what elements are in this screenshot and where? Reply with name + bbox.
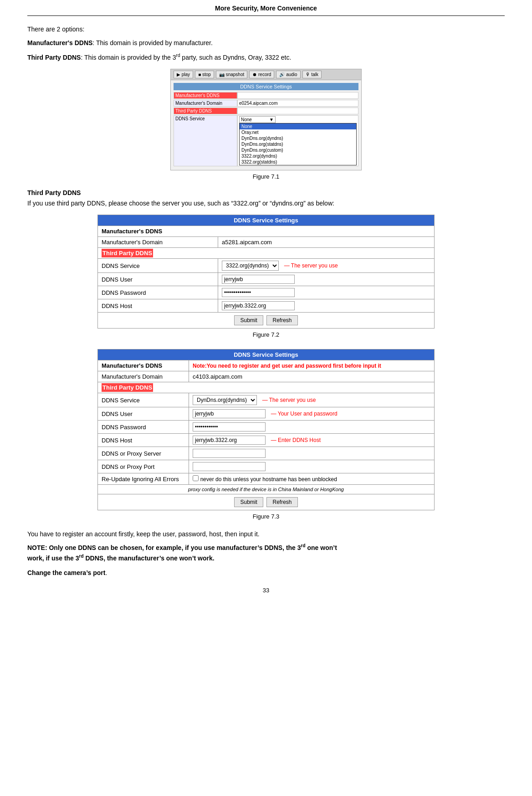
fig1-dropdown-list: None Oray.net DynDns.org(dyndns) DynDns.…: [239, 123, 357, 165]
fig3-host-row: DDNS Host — Enter DDNS Host: [98, 434, 435, 447]
fig3-password-input[interactable]: [193, 422, 266, 431]
fig3-host-annotation: — Enter DDNS Host: [271, 437, 321, 443]
fig3-user-label: DDNS User: [98, 407, 189, 421]
fig3-server-annotation: — The server you use: [262, 397, 316, 403]
fig2-third-row: Third Party DDNS: [98, 248, 435, 259]
fig2-user-row: DDNS User: [98, 273, 435, 286]
fig2-submit-button[interactable]: Submit: [234, 315, 263, 325]
fig1-content: DDNS Service Settings Manufacturer's DDN…: [171, 80, 361, 170]
fig2-buttons-row: Submit Refresh: [98, 313, 435, 329]
fig2-mfr-domain-row: Manufacturer's Domain a5281.aipcam.com: [98, 237, 435, 248]
fig2-password-label: DDNS Password: [98, 286, 218, 299]
fig3-header-row: DDNS Service Settings: [98, 349, 435, 360]
fig3-reupdate-label: Re-Update Ignoring All Errors: [98, 473, 189, 485]
fig2-service-row: DDNS Service 3322.org(dyndns) — The serv…: [98, 259, 435, 273]
figure-7-3-table-wrapper: DDNS Service Settings Manufacturer's DDN…: [97, 349, 435, 510]
figure-7-2-container: DDNS Service Settings Manufacturer's DDN…: [27, 215, 505, 343]
fig1-talk-btn: 🎙 talk: [302, 71, 322, 78]
header-title: More Security, More Convenience: [215, 5, 317, 12]
fig1-caption: Figure 7.1: [253, 173, 280, 180]
fig3-refresh-button[interactable]: Refresh: [266, 497, 297, 507]
fig3-proxy-port-input[interactable]: [193, 462, 266, 471]
fig3-table: DDNS Service Settings Manufacturer's DDN…: [97, 349, 435, 510]
fig3-service-row: DDNS Service DynDns.org(dyndns) — The se…: [98, 393, 435, 407]
fig1-toolbar: ▶ play ■ stop 📷 snapshot ⏺ record 🔊 audi…: [171, 69, 361, 80]
fig2-mfr-row: Manufacturer's DDNS: [98, 226, 435, 237]
fig3-proxy-server-value: [189, 447, 435, 460]
fig3-reupdate-desc: never do this unless your hostname has b…: [200, 476, 337, 483]
fig3-user-value: — Your User and password: [189, 407, 435, 421]
fig2-password-value: [218, 286, 435, 299]
intro-line1: There are 2 options:: [27, 24, 505, 34]
fig1-play-btn: ▶ play: [174, 71, 193, 78]
fig1-settings-title: DDNS Service Settings: [174, 83, 358, 90]
fig3-mfr-domain-row: Manufacturer's Domain c4103.aipcam.com: [98, 371, 435, 382]
fig3-third-label: Third Party DDNS: [98, 382, 435, 393]
fig1-row-service: DDNS Service None ▼ None Oray.net DynDns…: [174, 115, 358, 166]
fig2-mfr-domain-label: Manufacturer's Domain: [98, 237, 218, 248]
fig2-settings-title: DDNS Service Settings: [98, 215, 435, 226]
fig3-reupdate-checkbox[interactable]: [193, 475, 199, 481]
fig3-host-value: — Enter DDNS Host: [189, 434, 435, 447]
fig2-table: DDNS Service Settings Manufacturer's DDN…: [97, 215, 435, 329]
fig2-user-input[interactable]: [222, 275, 295, 284]
fig3-proxy-port-label: DDNS or Proxy Port: [98, 460, 189, 473]
fig3-host-label: DDNS Host: [98, 434, 189, 447]
figure-7-1-image: ▶ play ■ stop 📷 snapshot ⏺ record 🔊 audi…: [170, 69, 362, 170]
fig3-service-value: DynDns.org(dyndns) — The server you use: [189, 393, 435, 407]
fig3-service-label: DDNS Service: [98, 393, 189, 407]
fig3-buttons-cell: Submit Refresh: [98, 494, 435, 510]
fig3-third-row: Third Party DDNS: [98, 382, 435, 393]
fig1-row-mfr-domain: Manufacturer's Domain e0254.aipcam.com: [174, 100, 358, 107]
fig2-host-label: DDNS Host: [98, 299, 218, 313]
fig1-mfr-domain-label: Manufacturer's Domain: [174, 100, 237, 107]
fig2-server-annotation: — The server you use: [284, 262, 338, 269]
fig3-mfr-row: Manufacturer's DDNS Note:You need to reg…: [98, 360, 435, 371]
third-party-section-desc: If you use third party DDNS, please choo…: [27, 198, 505, 208]
fig2-service-select[interactable]: 3322.org(dyndns): [222, 261, 279, 271]
fig1-record-btn: ⏺ record: [249, 71, 274, 78]
intro-thirdparty: Third Party DDNS: This domain is provide…: [27, 52, 505, 62]
fig3-proxy-server-label: DDNS or Proxy Server: [98, 447, 189, 460]
fig1-row-mfr: Manufacturer's DDNS: [174, 92, 358, 99]
fig3-mfr-domain-label: Manufacturer's Domain: [98, 371, 189, 382]
fig3-proxy-note-row: proxy config is needed if the device is …: [98, 485, 435, 494]
fig1-audio-btn: 🔊 audio: [276, 71, 300, 78]
fig2-host-value: [218, 299, 435, 313]
fig2-user-label: DDNS User: [98, 273, 218, 286]
figure-7-3-container: DDNS Service Settings Manufacturer's DDN…: [27, 349, 505, 524]
third-party-section-title: Third Party DDNS: [27, 189, 505, 196]
fig3-proxy-port-row: DDNS or Proxy Port: [98, 460, 435, 473]
fig2-host-row: DDNS Host: [98, 299, 435, 313]
fig2-service-label: DDNS Service: [98, 259, 218, 273]
fig3-buttons-row: Submit Refresh: [98, 494, 435, 510]
fig3-proxy-server-row: DDNS or Proxy Server: [98, 447, 435, 460]
fig3-proxy-port-value: [189, 460, 435, 473]
figure-7-1-container: ▶ play ■ stop 📷 snapshot ⏺ record 🔊 audi…: [27, 69, 505, 185]
fig3-submit-button[interactable]: Submit: [234, 497, 263, 507]
fig1-snapshot-btn: 📷 snapshot: [216, 71, 247, 78]
fig1-third-ddns-label: Third Party DDNS: [174, 108, 237, 114]
fig2-refresh-button[interactable]: Refresh: [266, 315, 297, 325]
page-header: More Security, More Convenience: [27, 0, 505, 16]
fig1-mfr-ddns-label: Manufacturer's DDNS: [174, 92, 237, 99]
fig3-user-annotation: — Your User and password: [271, 411, 338, 417]
fig2-password-input[interactable]: [222, 288, 295, 297]
fig3-user-row: DDNS User — Your User and password: [98, 407, 435, 421]
fig2-mfr-domain-value: a5281.aipcam.com: [218, 237, 435, 248]
fig3-service-select[interactable]: DynDns.org(dyndns): [193, 395, 257, 405]
fig3-host-input[interactable]: [193, 436, 266, 445]
fig3-note-red: Note:You need to register and get user a…: [193, 363, 381, 369]
fig3-caption: Figure 7.3: [253, 513, 280, 520]
fig1-row-third: Third Party DDNS: [174, 108, 358, 114]
fig2-header-row: DDNS Service Settings: [98, 215, 435, 226]
fig3-proxy-server-input[interactable]: [193, 449, 266, 458]
intro-manufacturer: Manufacturer's DDNS: This domain is prov…: [27, 38, 505, 48]
fig1-service-label: DDNS Service: [174, 115, 237, 166]
fig3-mfr-label: Manufacturer's DDNS: [98, 360, 189, 371]
fig3-user-input[interactable]: [193, 409, 266, 418]
fig2-host-input[interactable]: [222, 301, 295, 310]
fig1-stop-btn: ■ stop: [195, 71, 214, 78]
fig3-password-value: [189, 421, 435, 434]
change-port-label: Change the camera’s port: [27, 569, 105, 576]
